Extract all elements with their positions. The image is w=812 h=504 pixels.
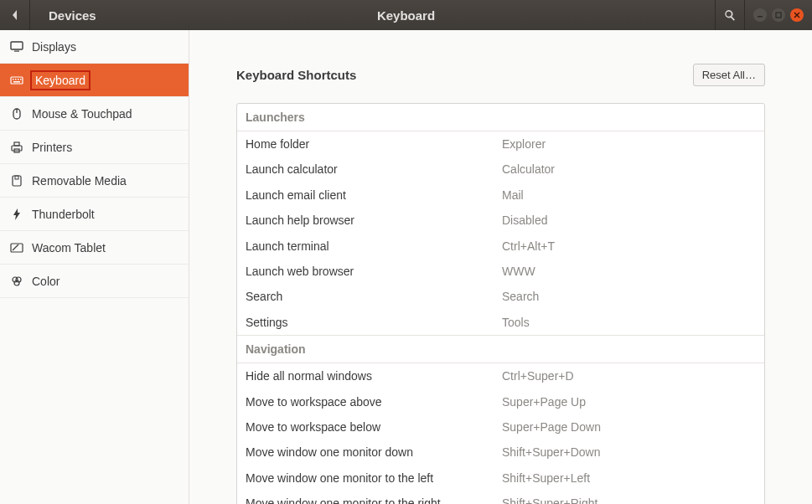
close-icon	[794, 12, 800, 18]
group-header-navigation: Navigation	[237, 335, 764, 363]
window-title: Keyboard	[377, 8, 435, 23]
svg-rect-9	[13, 81, 20, 83]
shortcut-row[interactable]: Move window one monitor downShift+Super+…	[237, 440, 764, 465]
sidebar-item-thunderbolt[interactable]: Thunderbolt	[0, 198, 189, 231]
mouse-icon	[10, 107, 23, 121]
shortcut-value: Shift+Super+Down	[502, 443, 601, 461]
sidebar: Displays Keyboard Mouse & Touchpad Print…	[0, 30, 189, 504]
sidebar-item-label: Wacom Tablet	[32, 241, 106, 255]
svg-rect-2	[11, 42, 23, 49]
thunderbolt-icon	[10, 208, 23, 221]
chevron-left-icon	[11, 9, 19, 21]
back-button[interactable]	[0, 0, 30, 30]
shortcut-value: Super+Page Up	[502, 393, 586, 411]
shortcut-row[interactable]: Move window one monitor to the leftShift…	[237, 465, 764, 491]
sidebar-item-printers[interactable]: Printers	[0, 131, 189, 164]
removable-media-icon	[10, 174, 23, 188]
main-content: Keyboard Shortcuts Reset All… Launchers …	[189, 30, 812, 504]
shortcut-row[interactable]: Move to workspace aboveSuper+Page Up	[237, 389, 764, 414]
shortcut-row[interactable]: Hide all normal windowsCtrl+Super+D	[237, 363, 764, 388]
tablet-icon	[10, 241, 23, 255]
shortcut-value: Search	[502, 287, 539, 306]
page-title: Keyboard Shortcuts	[236, 68, 356, 82]
sidebar-item-label: Displays	[32, 40, 76, 54]
shortcut-label: Move window one monitor to the left	[246, 469, 502, 487]
shortcut-label: Settings	[246, 313, 502, 332]
sidebar-item-displays[interactable]: Displays	[0, 30, 189, 64]
svg-rect-6	[15, 79, 17, 80]
group-header-launchers: Launchers	[237, 104, 764, 131]
shortcut-row[interactable]: Home folderExplorer	[237, 131, 764, 157]
shortcut-label: Launch terminal	[246, 237, 502, 255]
window-maximize-button[interactable]	[772, 8, 785, 22]
section-heading: Devices	[30, 8, 115, 23]
shortcut-value: Explorer	[502, 135, 546, 153]
search-button[interactable]	[715, 0, 745, 30]
shortcut-value: WWW	[502, 262, 535, 280]
shortcut-value: Disabled	[502, 211, 547, 229]
reset-all-button[interactable]: Reset All…	[693, 64, 765, 86]
sidebar-item-wacom-tablet[interactable]: Wacom Tablet	[0, 231, 189, 265]
shortcut-label: Home folder	[246, 135, 502, 153]
sidebar-item-removable-media[interactable]: Removable Media	[0, 164, 189, 198]
shortcut-row[interactable]: SearchSearch	[237, 284, 764, 309]
shortcut-row[interactable]: SettingsTools	[237, 310, 764, 335]
shortcut-row[interactable]: Launch calculatorCalculator	[237, 157, 764, 182]
shortcut-label: Launch help browser	[246, 211, 502, 229]
shortcut-row[interactable]: Move window one monitor to the rightShif…	[237, 491, 764, 504]
svg-rect-4	[11, 77, 23, 84]
shortcut-label: Move window one monitor down	[246, 443, 502, 461]
svg-rect-5	[13, 79, 14, 80]
shortcut-row[interactable]: Launch web browserWWW	[237, 259, 764, 284]
shortcut-label: Launch email client	[246, 186, 502, 204]
shortcut-label: Launch calculator	[246, 160, 502, 178]
shortcut-label: Search	[246, 287, 502, 306]
shortcut-row[interactable]: Launch email clientMail	[237, 183, 764, 208]
shortcut-label: Hide all normal windows	[246, 367, 502, 385]
shortcut-value: Ctrl+Super+D	[502, 367, 574, 385]
shortcut-value: Shift+Super+Left	[502, 469, 590, 487]
shortcut-row[interactable]: Launch terminalCtrl+Alt+T	[237, 234, 764, 259]
sidebar-item-mouse-touchpad[interactable]: Mouse & Touchpad	[0, 97, 189, 131]
shortcuts-panel: Launchers Home folderExplorer Launch cal…	[236, 103, 765, 504]
shortcut-value: Ctrl+Alt+T	[502, 237, 555, 255]
svg-line-18	[13, 244, 18, 250]
svg-rect-16	[15, 176, 18, 179]
shortcut-label: Move to workspace below	[246, 418, 502, 436]
svg-rect-13	[14, 142, 19, 146]
shortcut-value: Super+Page Down	[502, 418, 601, 436]
svg-rect-3	[14, 50, 19, 51]
shortcut-label: Move to workspace above	[246, 393, 502, 411]
minimize-icon	[757, 12, 763, 18]
shortcut-value: Calculator	[502, 160, 555, 178]
headerbar: Devices Keyboard	[0, 0, 812, 30]
svg-rect-0	[758, 16, 763, 18]
color-icon	[10, 275, 23, 288]
svg-rect-7	[18, 79, 19, 80]
sidebar-item-color[interactable]: Color	[0, 265, 189, 298]
shortcut-row[interactable]: Launch help browserDisabled	[237, 208, 764, 233]
shortcut-label: Launch web browser	[246, 262, 502, 280]
window-close-button[interactable]	[790, 8, 804, 22]
svg-rect-17	[11, 244, 23, 252]
printer-icon	[10, 141, 23, 154]
sidebar-item-label: Removable Media	[32, 174, 127, 188]
svg-rect-8	[20, 79, 22, 80]
window-minimize-button[interactable]	[753, 8, 767, 22]
keyboard-icon	[10, 74, 23, 87]
sidebar-item-label: Thunderbolt	[32, 208, 95, 221]
display-icon	[10, 40, 23, 54]
svg-rect-12	[12, 146, 22, 151]
sidebar-item-label: Color	[32, 275, 59, 288]
shortcut-label: Move window one monitor to the right	[246, 494, 502, 504]
search-icon	[724, 9, 736, 21]
svg-rect-1	[776, 13, 781, 18]
shortcut-row[interactable]: Move to workspace belowSuper+Page Down	[237, 414, 764, 440]
sidebar-item-label: Mouse & Touchpad	[32, 107, 132, 121]
shortcut-value: Tools	[502, 313, 530, 332]
sidebar-item-keyboard[interactable]: Keyboard	[0, 64, 189, 97]
shortcut-value: Shift+Super+Right	[502, 494, 597, 504]
maximize-icon	[775, 12, 782, 18]
shortcut-value: Mail	[502, 186, 524, 204]
sidebar-item-label: Keyboard	[32, 72, 89, 89]
